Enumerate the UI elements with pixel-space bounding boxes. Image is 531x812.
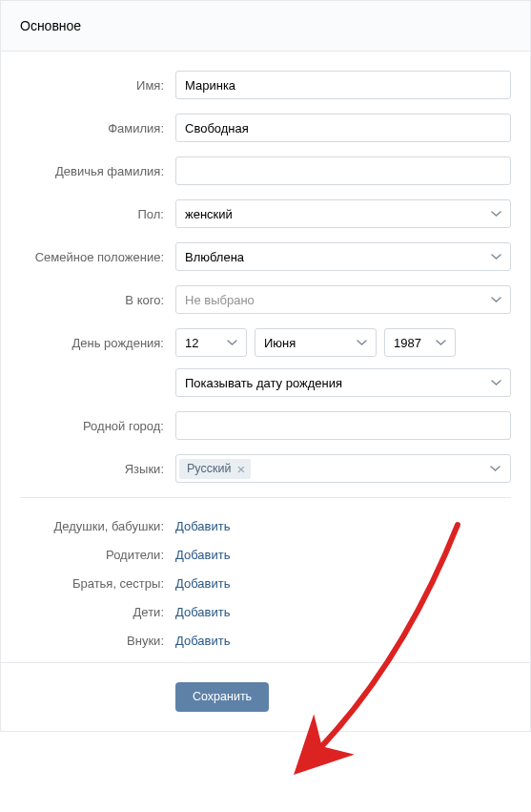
section-title: Основное [20, 18, 81, 33]
section-header: Основное [1, 1, 530, 52]
partner-label: В кого: [20, 293, 175, 307]
languages-input[interactable]: Русский × [175, 454, 511, 483]
birthday-label: День рождения: [20, 336, 175, 350]
hometown-input[interactable] [175, 411, 511, 440]
birthday-month-select[interactable]: Июня [255, 328, 377, 357]
add-children-link[interactable]: Добавить [175, 605, 230, 619]
first-name-input[interactable] [175, 71, 511, 99]
add-grandchildren-link[interactable]: Добавить [175, 634, 230, 648]
birthday-year-select[interactable]: 1987 [384, 328, 456, 357]
relationship-label: Семейное положение: [20, 250, 175, 264]
maiden-name-input[interactable] [175, 156, 511, 185]
first-name-label: Имя: [20, 78, 175, 93]
save-button[interactable]: Сохранить [175, 682, 269, 712]
birthday-day-select[interactable]: 12 [175, 328, 247, 357]
siblings-label: Братья, сестры: [20, 576, 175, 591]
last-name-label: Фамилия: [20, 121, 175, 135]
gender-select[interactable]: женский [175, 199, 511, 228]
divider [20, 497, 511, 498]
close-icon[interactable]: × [236, 462, 245, 476]
language-tag: Русский × [179, 459, 251, 479]
hometown-label: Родной город: [20, 419, 175, 433]
add-parents-link[interactable]: Добавить [175, 548, 230, 562]
profile-edit-form: Основное Имя: Фамилия: Девичья фамилия: … [0, 0, 531, 732]
maiden-name-label: Девичья фамилия: [20, 164, 175, 178]
add-grandparents-link[interactable]: Добавить [175, 519, 230, 533]
last-name-input[interactable] [175, 114, 511, 142]
grandparents-label: Дедушки, бабушки: [20, 519, 175, 533]
birthday-visibility-select[interactable]: Показывать дату рождения [175, 368, 511, 397]
grandchildren-label: Внуки: [20, 634, 175, 648]
chevron-down-icon [490, 466, 500, 471]
partner-select[interactable]: Не выбрано [175, 285, 511, 314]
relationship-select[interactable]: Влюблена [175, 242, 511, 271]
gender-label: Пол: [20, 207, 175, 221]
children-label: Дети: [20, 605, 175, 619]
form-footer: Сохранить [1, 662, 530, 731]
languages-label: Языки: [20, 462, 175, 476]
parents-label: Родители: [20, 548, 175, 562]
add-siblings-link[interactable]: Добавить [175, 576, 230, 591]
